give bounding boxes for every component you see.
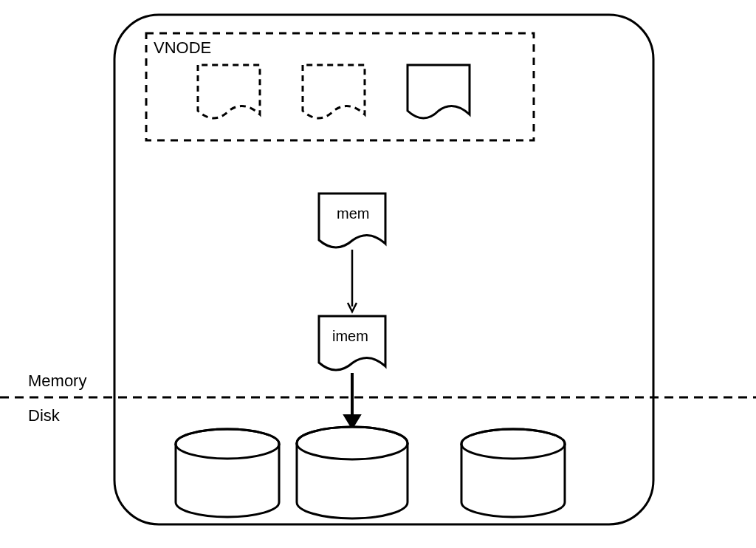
disk-cylinder-1 [176, 429, 279, 517]
disk-cylinder-2 [297, 427, 408, 518]
mem-label: mem [337, 205, 369, 222]
vnode-label: VNODE [154, 38, 211, 58]
imem-label: imem [332, 328, 368, 345]
disk-cylinder-3 [461, 429, 565, 517]
vnode-diagram: VNODE mem imem Memory Disk [0, 0, 756, 548]
note-shape-solid [408, 65, 470, 118]
note-shape-dashed-2 [303, 65, 365, 118]
note-shape-dashed-1 [198, 65, 260, 118]
disk-label: Disk [28, 406, 60, 425]
memory-label: Memory [28, 371, 86, 391]
